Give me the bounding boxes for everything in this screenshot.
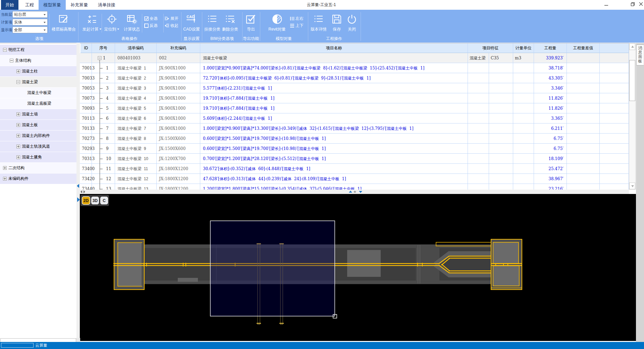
panel-divider[interactable]	[76, 43, 80, 342]
tree-item-9[interactable]: 混凝土内部构件	[0, 131, 76, 141]
group-label-project-ops: 工程操作	[326, 36, 342, 42]
horizontal-splitter[interactable]	[80, 190, 629, 194]
revit-compare-button[interactable]: Revit对量	[268, 13, 285, 32]
tree-expand-icon[interactable]	[16, 145, 20, 148]
link-category-button[interactable]: 挂接分类	[204, 13, 220, 32]
view-2d-button[interactable]: 2D	[82, 197, 90, 204]
version-details-button[interactable]: 版本详情	[311, 13, 327, 32]
view-c-button[interactable]: C	[100, 197, 108, 204]
horizontal-split-icon	[290, 23, 294, 28]
tree-collapse-icon[interactable]	[3, 48, 7, 52]
left-right-button[interactable]: 左右	[290, 15, 304, 21]
tree-item-3[interactable]: 混凝土柱	[0, 66, 76, 77]
start-calculation-button[interactable]: 发起计算	[83, 13, 102, 32]
column-header-1[interactable]: 序号	[92, 43, 115, 53]
invert-select-button[interactable]: 反选	[144, 22, 158, 29]
table-row-73420[interactable]: 7342012混凝土中板梁 12JX:1800X120047.628′[体积]-…	[80, 174, 629, 184]
expand-right-icon[interactable]	[77, 197, 80, 202]
export-button[interactable]: 导出	[246, 13, 256, 32]
cad-viewport[interactable]: 2D 3D C	[80, 194, 636, 341]
table-row-70273[interactable]: 702738混凝土中板梁 8JX:1500X6000.600′[梁宽]*1.50…	[80, 134, 629, 144]
tree-item-7[interactable]: 混凝土墙	[0, 109, 76, 120]
table-row-70113[interactable]: 701136混凝土中板梁 6JX:900X10005.609′[体积]-(2.2…	[80, 113, 629, 123]
tab-model-quantity[interactable]: 模型算量	[39, 0, 66, 10]
collapse-left-icon[interactable]	[77, 184, 79, 188]
close-project-button[interactable]: 关闭	[347, 13, 357, 32]
tab-project[interactable]: 工程	[20, 0, 39, 10]
tree-item-label: 主体结构	[15, 55, 31, 66]
column-header-2[interactable]: 清单编码	[115, 43, 157, 53]
tree-expand-icon[interactable]	[16, 155, 20, 159]
tree-item-4[interactable]: 混凝土梁	[0, 77, 76, 88]
message-panel-tab[interactable]: 消息面板	[636, 45, 644, 65]
group-label-model-compare: 模型对量	[276, 36, 292, 42]
delete-category-button[interactable]: 删除分类	[222, 13, 238, 32]
tree-collapse-icon[interactable]	[10, 59, 13, 62]
table-row-73400[interactable]: 7340011混凝土中板梁 11JX:1800X120030.672′[体积]-…	[80, 164, 629, 174]
select-all-button[interactable]: 全选	[144, 15, 158, 21]
tree-expand-icon[interactable]	[3, 177, 7, 181]
table-row-70053[interactable]: 700533混凝土中板梁 3JX:900X10005.577′[体积]-(2.2…	[80, 83, 629, 93]
tree-item-12[interactable]: 二次结构	[0, 163, 76, 173]
floor-integrate-icon	[52, 13, 76, 25]
column-header-0[interactable]: ID	[80, 43, 92, 53]
tree-expand-icon[interactable]	[16, 112, 20, 116]
tree-item-label: 混凝土腋角	[22, 152, 42, 162]
tab-supplement-quantity[interactable]: 补充算量	[68, 0, 91, 10]
table-vertical-scrollbar[interactable]	[629, 43, 636, 190]
calc-item-select[interactable]: 实体	[12, 19, 48, 26]
tab-list-link[interactable]: 清单挂接	[95, 0, 118, 10]
tree-expand-icon[interactable]	[16, 123, 20, 127]
column-header-8[interactable]: 工程量差值	[567, 43, 600, 53]
column-header-6[interactable]: 计量单位	[513, 43, 534, 53]
tree-item-6[interactable]: 混凝土底板梁	[0, 98, 76, 109]
table-group-row[interactable]: 1080401003002混凝土中板梁混凝土梁C35m3339.923′	[80, 53, 629, 63]
tree-item-10[interactable]: 混凝土轨顶风道	[0, 141, 76, 152]
current-floor-select[interactable]: 站台层	[12, 11, 48, 18]
scroll-up-button[interactable]	[629, 43, 635, 50]
tree-item-1[interactable]: 明挖工程	[0, 45, 76, 55]
locate-button[interactable]: 定位到	[104, 13, 119, 32]
calc-status-button[interactable]: 计算状态	[124, 13, 140, 32]
scroll-down-button[interactable]	[629, 183, 635, 189]
tree-expand-icon[interactable]	[16, 134, 20, 138]
minimize-button[interactable]	[601, 0, 611, 9]
dropdown-arrow-icon	[44, 14, 46, 15]
version-list-icon	[311, 13, 327, 25]
column-header-5[interactable]: 项目特征	[468, 43, 513, 53]
table-row-70293[interactable]: 702939混凝土中板梁 9JX:1500X6000.600′[梁宽]*1.50…	[80, 144, 629, 154]
table-row-73440[interactable]: 7344013混凝土中板梁 13JX:1800X12001.200′[梁宽]*1…	[80, 184, 629, 190]
table-row-70313[interactable]: 7031310混凝土中板梁 10JX:1200X7000.700′[梁宽]*1.…	[80, 154, 629, 164]
scrollbar-thumb[interactable]	[629, 60, 635, 101]
column-header-4[interactable]: 项目名称	[200, 43, 468, 53]
tree-item-11[interactable]: 混凝土腋角	[0, 152, 76, 163]
cad-settings-button[interactable]: CAD CAD设置	[183, 13, 200, 32]
tree-item-8[interactable]: 混凝土板	[0, 120, 76, 131]
splitter-grip-left-icon	[80, 190, 82, 193]
expand-button[interactable]: 展开	[164, 15, 178, 21]
tree-item-13[interactable]: 未编码构件	[0, 173, 76, 184]
display-item-select[interactable]: 全部	[12, 27, 48, 33]
tree-item-2[interactable]: 主体结构	[0, 55, 76, 66]
tree-collapse-icon[interactable]	[16, 80, 20, 84]
table-row-70093[interactable]: 700935混凝土中板梁 5JX:900X100019.710′[体积]-(7.…	[80, 103, 629, 113]
tree-expand-icon[interactable]	[16, 69, 20, 73]
close-button[interactable]	[636, 0, 644, 9]
up-down-button[interactable]: 上下	[290, 22, 304, 29]
tab-start[interactable]: 开始	[1, 0, 18, 10]
table-row-70133[interactable]: 701337混凝土中板梁 7JX:900X10001.000′[梁宽]*0.90…	[80, 123, 629, 134]
floor-elevation-integrate-button[interactable]: 楼层标高整合	[52, 13, 76, 32]
tree-expand-icon[interactable]	[3, 166, 7, 170]
column-header-7[interactable]: 工程量	[534, 43, 567, 53]
save-button[interactable]: 保存	[332, 13, 342, 32]
tree-item-5[interactable]: 混凝土中板梁	[0, 88, 76, 98]
group-label-table-ops: 表格操作	[121, 36, 138, 42]
column-header-9[interactable]	[600, 43, 629, 53]
view-3d-button[interactable]: 3D	[91, 197, 99, 204]
status-bar: 云算量	[0, 342, 644, 349]
column-header-3[interactable]: 补充编码	[157, 43, 200, 53]
table-row-70013[interactable]: 700131混凝土中板梁 1JX:900X10001.000′[梁宽]*0.90…	[80, 63, 629, 73]
collapse-button[interactable]: 收起	[164, 22, 178, 29]
table-row-70033[interactable]: 700332混凝土中板梁 2JX:900X100072.720′[体积]-(0.…	[80, 73, 629, 83]
table-row-70073[interactable]: 700734混凝土中板梁 4JX:900X100019.710′[体积]-(7.…	[80, 93, 629, 103]
